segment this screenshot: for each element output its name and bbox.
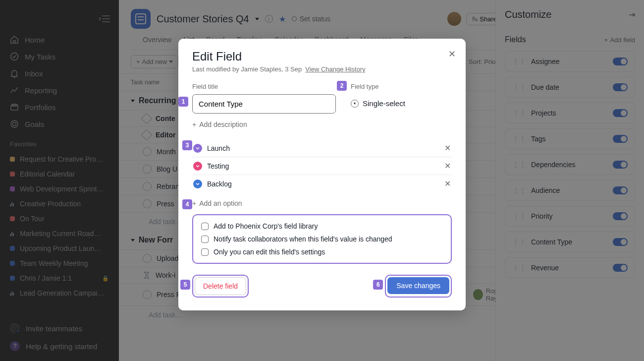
modal-title: Edit Field (192, 50, 452, 63)
annotation-badge-5: 5 (180, 280, 190, 290)
checkbox-row[interactable]: Add to Phoenix Corp's field library (201, 222, 443, 230)
remove-option-icon[interactable]: ✕ (444, 143, 451, 153)
add-option-button[interactable]: 4 + Add an option (192, 199, 452, 207)
annotation-badge-6: 6 (373, 280, 383, 290)
field-settings-group: Add to Phoenix Corp's field libraryNotif… (192, 214, 452, 264)
save-changes-button[interactable]: Save changes (387, 277, 449, 294)
option-color-icon[interactable] (193, 144, 202, 153)
checkbox[interactable] (201, 248, 209, 256)
annotation-badge-2: 2 (337, 81, 347, 91)
remove-option-icon[interactable]: ✕ (444, 179, 451, 188)
option-color-icon[interactable] (193, 180, 202, 188)
annotation-badge-4: 4 (182, 199, 192, 209)
option-row[interactable]: Backlog✕ (192, 175, 452, 192)
checkbox-row[interactable]: Only you can edit this field's settings (201, 248, 443, 256)
remove-option-icon[interactable]: ✕ (444, 161, 451, 171)
checkbox[interactable] (201, 236, 209, 243)
close-icon[interactable]: ✕ (448, 49, 456, 60)
checkbox-row[interactable]: Notify task collaborators when this fiel… (201, 235, 443, 243)
annotation-badge-3: 3 (182, 140, 192, 150)
delete-field-button[interactable]: Delete field (195, 277, 246, 295)
option-row[interactable]: Testing✕ (192, 157, 452, 175)
annotation-badge-1: 1 (178, 97, 188, 107)
single-select-icon: ▾ (351, 100, 359, 108)
field-type-value: ▾ Single-select (351, 94, 405, 108)
change-history-link[interactable]: View Change History (305, 65, 365, 73)
modal-meta: Last modified by Jamie Staples, 3 Sep Vi… (192, 65, 452, 73)
add-description-button[interactable]: + Add description (192, 120, 452, 128)
checkbox[interactable] (201, 223, 209, 230)
edit-field-modal: ✕ Edit Field Last modified by Jamie Stap… (178, 39, 466, 310)
field-title-label: Field title (192, 83, 336, 90)
option-row[interactable]: Launch✕ (192, 139, 452, 157)
field-type-label: Field type (351, 83, 405, 90)
option-color-icon[interactable] (193, 162, 202, 171)
field-title-input[interactable] (192, 94, 336, 114)
